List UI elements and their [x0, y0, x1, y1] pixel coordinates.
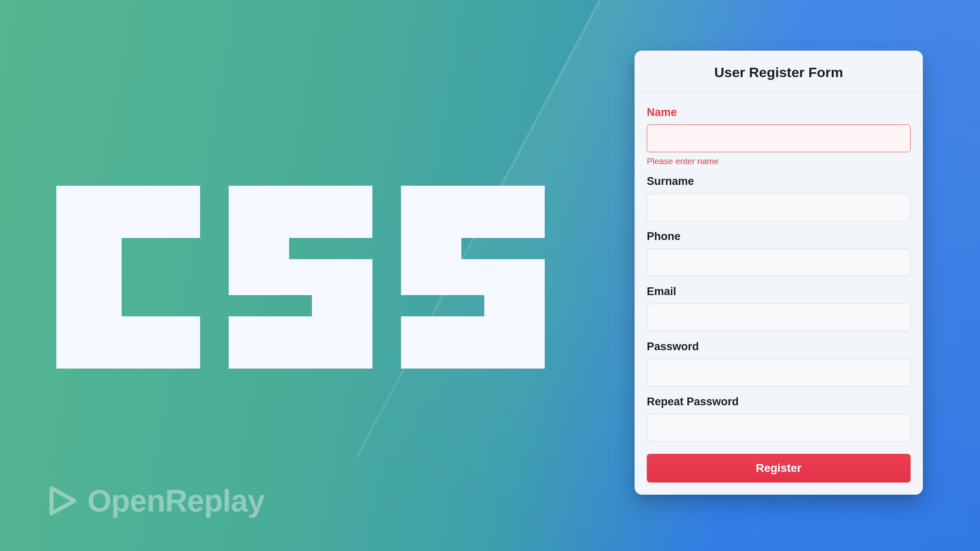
- letter-s-icon: [401, 186, 545, 369]
- register-form-card: User Register Form Name Please enter nam…: [635, 51, 923, 495]
- phone-input[interactable]: [647, 249, 911, 276]
- repeat-password-label: Repeat Password: [647, 395, 911, 408]
- field-repeat-password: Repeat Password: [647, 395, 911, 442]
- field-email: Email: [647, 285, 911, 331]
- letter-c-icon: [56, 186, 200, 369]
- name-input[interactable]: [647, 124, 911, 152]
- form-title: User Register Form: [635, 51, 923, 92]
- email-input[interactable]: [647, 304, 911, 331]
- form-body: Name Please enter name Surname Phone Ema…: [635, 92, 923, 495]
- play-icon: [46, 485, 78, 517]
- email-label: Email: [647, 285, 911, 298]
- field-password: Password: [647, 340, 911, 387]
- phone-label: Phone: [647, 230, 911, 243]
- password-label: Password: [647, 340, 911, 353]
- openreplay-brand: OpenReplay: [46, 483, 264, 518]
- register-button[interactable]: Register: [647, 454, 911, 482]
- repeat-password-input[interactable]: [647, 414, 911, 442]
- field-phone: Phone: [647, 230, 911, 276]
- surname-input[interactable]: [647, 193, 911, 221]
- css-wordmark: [56, 186, 546, 369]
- password-input[interactable]: [647, 359, 911, 387]
- letter-s-icon: [229, 186, 372, 369]
- name-label: Name: [647, 106, 911, 119]
- surname-label: Surname: [647, 175, 911, 188]
- field-name: Name Please enter name: [647, 106, 911, 166]
- field-surname: Surname: [647, 175, 911, 221]
- name-error-message: Please enter name: [647, 156, 911, 166]
- openreplay-wordmark: OpenReplay: [87, 483, 264, 518]
- svg-marker-0: [51, 488, 74, 513]
